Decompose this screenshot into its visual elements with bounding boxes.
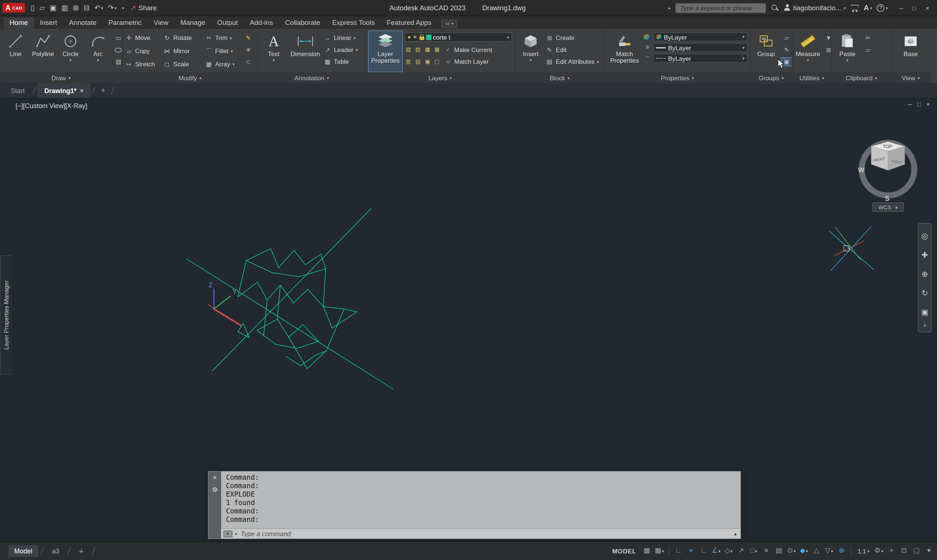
account-button[interactable]: tiagobonifacio... ▾ bbox=[783, 4, 846, 11]
utilities-quick-select-button[interactable]: ▼ bbox=[823, 33, 831, 42]
ortho-mode-toggle[interactable]: ∟ bbox=[698, 545, 709, 558]
text-button[interactable]: A Text ▾ bbox=[261, 31, 287, 72]
save-as-button[interactable]: ▥ bbox=[59, 3, 70, 12]
modify-trim-button[interactable]: ✂Trim▾ bbox=[205, 33, 241, 42]
autocad-app-button[interactable]: A CAD bbox=[3, 3, 26, 12]
customization-toggle[interactable]: ▾ bbox=[923, 545, 935, 558]
ribbon-tab-add-ins[interactable]: Add-ins bbox=[244, 17, 279, 29]
modify-array-button[interactable]: ▦Array▾ bbox=[205, 60, 241, 69]
base-button[interactable]: Base bbox=[897, 31, 924, 72]
utilities-panel-strip[interactable]: Utilities ▾ bbox=[792, 72, 831, 83]
ribbon-tab-parametric[interactable]: Parametric bbox=[103, 17, 148, 29]
model-tab[interactable]: Model bbox=[8, 545, 38, 557]
color-ball-icon[interactable] bbox=[644, 34, 649, 40]
modify-move-button[interactable]: ✛Move bbox=[125, 33, 162, 42]
showmotion-button[interactable]: ▣ bbox=[918, 302, 931, 322]
make-current-button[interactable]: ✓ Make Current bbox=[445, 45, 492, 54]
modify-stretch-button[interactable]: ↦Stretch bbox=[125, 60, 162, 69]
selection-cycling-toggle[interactable]: ⊙▾ bbox=[786, 545, 797, 558]
dynamic-input-toggle[interactable]: ⌖ bbox=[686, 545, 697, 558]
annotation-table-button[interactable]: ▦Table bbox=[324, 57, 358, 66]
grid-display-toggle[interactable]: ▦ bbox=[641, 545, 652, 558]
layer-off-button[interactable]: ▧ bbox=[405, 45, 412, 53]
line-button[interactable]: Line bbox=[3, 31, 29, 72]
polyline-button[interactable]: Polyline bbox=[30, 31, 57, 72]
ribbon-tab-home[interactable]: Home bbox=[4, 17, 34, 29]
layout-tab-a3[interactable]: a3 bbox=[46, 545, 65, 557]
batch-plot-button[interactable]: ⊟ bbox=[82, 3, 91, 12]
maximize-button[interactable]: □ bbox=[908, 2, 920, 14]
viewcube-cube[interactable]: TOP FRONT RIGHT bbox=[871, 142, 905, 170]
clean-screen-toggle[interactable]: ▢ bbox=[911, 545, 922, 558]
snap-mode-toggle[interactable]: ▩▾ bbox=[654, 545, 665, 558]
dimension-button[interactable]: Dimension bbox=[289, 31, 322, 72]
orbit-button[interactable]: ↻ bbox=[918, 283, 931, 302]
search-icon[interactable] bbox=[771, 4, 779, 12]
history-expand-icon[interactable]: ▴ bbox=[734, 531, 738, 537]
object-snap-3d-toggle[interactable]: ◆▾ bbox=[799, 545, 810, 558]
annotation-leader-button[interactable]: ↗Leader▾ bbox=[324, 45, 358, 54]
annotation-linear-button[interactable]: ↔Linear▾ bbox=[324, 33, 358, 42]
modify-panel-strip[interactable]: Modify ▾ bbox=[122, 72, 257, 83]
new-layout-button[interactable]: + bbox=[73, 544, 89, 558]
draw-panel-strip[interactable]: Draw ▾ bbox=[0, 72, 122, 83]
lineweight-list-icon[interactable]: ≡ bbox=[644, 45, 651, 50]
hardware-acceleration-toggle[interactable]: ⊡ bbox=[898, 545, 909, 558]
zoom-button[interactable]: ⊕ bbox=[918, 264, 931, 283]
properties-panel-strip[interactable]: Properties ▾ bbox=[605, 72, 750, 83]
polar-tracking-toggle[interactable]: ∠▾ bbox=[711, 545, 722, 558]
cart-icon[interactable] bbox=[851, 5, 859, 11]
viewport-restore-button[interactable]: □ bbox=[917, 101, 921, 108]
view-panel-strip[interactable]: View ▾ bbox=[892, 72, 930, 83]
linetype-list-icon[interactable]: ╌ bbox=[644, 54, 651, 60]
file-tab-drawing1-[interactable]: Drawing1*× bbox=[37, 83, 91, 98]
close-button[interactable]: × bbox=[922, 2, 934, 14]
navbar-more-icon[interactable]: ▾ bbox=[924, 322, 926, 329]
modify-scale-button[interactable]: ◻Scale bbox=[163, 60, 204, 69]
block-edit-attributes-button[interactable]: ▤Edit Attributes▾ bbox=[546, 57, 599, 66]
layer-freeze-button[interactable]: ▩ bbox=[424, 45, 431, 53]
modify-copy-button[interactable]: ▱Copy bbox=[125, 46, 162, 55]
undo-button[interactable]: ↶▾ bbox=[93, 3, 105, 12]
viewcube-top-label[interactable]: TOP bbox=[883, 144, 892, 149]
utilities-quick-calculator-button[interactable]: ⊞ bbox=[823, 45, 831, 54]
workspace-switching-toggle[interactable]: ⚙▾ bbox=[873, 545, 885, 558]
properties-linetype-select[interactable]: ByLayer▾ bbox=[653, 54, 748, 63]
groups-ungroup-button[interactable]: ▱ bbox=[781, 33, 792, 42]
groups-group-edit-button[interactable]: ✎ bbox=[781, 45, 792, 54]
ribbon-options-button[interactable]: ▭ ▾ bbox=[442, 20, 457, 28]
new-file-button[interactable]: ▯ bbox=[29, 3, 37, 12]
ribbon-tab-manage[interactable]: Manage bbox=[174, 17, 211, 29]
block-create-button[interactable]: ⊞Create bbox=[546, 33, 599, 42]
command-wrench-icon[interactable]: ⚙ bbox=[212, 486, 218, 493]
share-button[interactable]: ↗ Share bbox=[128, 4, 159, 12]
layer-unlock-button[interactable]: ▢ bbox=[433, 57, 441, 65]
help-button[interactable]: ? ▾ bbox=[877, 4, 888, 12]
modify-mirror-button[interactable]: ⋈Mirror bbox=[163, 46, 204, 55]
open-button[interactable]: ▱ bbox=[38, 3, 47, 12]
draw-rectangle-button[interactable]: ▭▾ bbox=[113, 33, 122, 42]
selection-filtering-toggle[interactable]: ▽▾ bbox=[823, 545, 835, 558]
search-input[interactable] bbox=[679, 4, 763, 12]
isodraft-toggle[interactable]: ◇▾ bbox=[723, 545, 734, 558]
modify-fillet-button[interactable]: ⌒Fillet▾ bbox=[205, 46, 241, 55]
object-snap-tracking-toggle[interactable]: ↗ bbox=[735, 545, 747, 558]
drawing-canvas[interactable]: ZY [−][Custom View][X-Ray] ─ □ × Layer P… bbox=[0, 98, 937, 541]
properties-lineweight-select[interactable]: ByLayer▾ bbox=[653, 43, 748, 52]
object-snap-toggle[interactable]: □▾ bbox=[748, 545, 760, 558]
match-properties-button[interactable]: Match Properties bbox=[607, 31, 642, 72]
groups-panel-strip[interactable]: Groups ▾ bbox=[751, 72, 791, 83]
ribbon-tab-express-tools[interactable]: Express Tools bbox=[326, 17, 381, 29]
viewcube-south-label[interactable]: S bbox=[885, 195, 889, 202]
layer-unisolate-button[interactable]: ▤ bbox=[414, 57, 422, 65]
clipboard-cut-button[interactable]: ✂ bbox=[862, 33, 874, 42]
autodesk-apps-button[interactable]: A ▾ bbox=[864, 4, 872, 12]
viewport-close-button[interactable]: × bbox=[926, 101, 930, 108]
group-button[interactable]: Group bbox=[753, 31, 779, 72]
ribbon-tab-output[interactable]: Output bbox=[211, 17, 244, 29]
redo-button[interactable]: ↷▾ bbox=[106, 3, 118, 12]
layer-thaw-button[interactable]: ▣ bbox=[424, 57, 431, 65]
ribbon-tab-annotate[interactable]: Annotate bbox=[63, 17, 103, 29]
dynamic-ucs-toggle[interactable]: △ bbox=[811, 545, 822, 558]
viewcube-west-label[interactable]: W bbox=[858, 166, 865, 174]
